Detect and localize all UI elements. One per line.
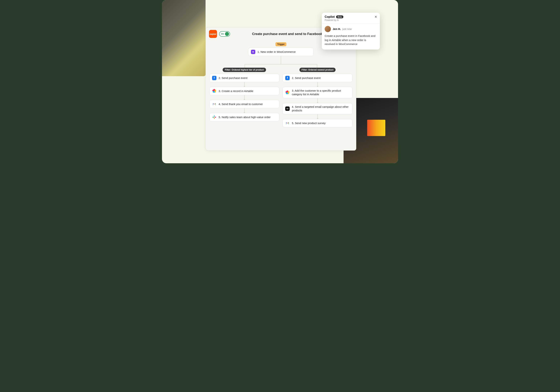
- mailchimp-icon: ✉: [285, 106, 290, 111]
- copilot-header: Copilot Beta Powered by AI ✕: [322, 13, 380, 23]
- copilot-body: Jen H. just now Create a purchase event …: [322, 23, 380, 49]
- trigger-step-label: 1. New order in WooCommerce: [258, 50, 296, 54]
- airtable-icon: [285, 90, 290, 95]
- slack-icon: [212, 115, 216, 119]
- left-step-2[interactable]: 3. Create a record in Airtable: [209, 87, 279, 95]
- svg-rect-0: [214, 115, 215, 117]
- filter-pill-right[interactable]: Filter: Ordered newest product: [300, 68, 336, 72]
- flow-canvas: Trigger ✦ 1. New order in WooCommerce Fi…: [206, 40, 356, 131]
- right-step-3[interactable]: ✉ 4. Send a targeted email campaign abou…: [282, 103, 352, 115]
- right-step-3-label: 4. Send a targeted email campaign about …: [292, 105, 350, 113]
- right-step-4-label: 5. Send new product survey: [292, 121, 326, 125]
- toggle-knob: [225, 32, 229, 36]
- close-icon: ✕: [374, 15, 377, 19]
- copilot-panel: Copilot Beta Powered by AI ✕ Jen H. just…: [322, 13, 380, 49]
- left-step-1-label: 2. Send purchase event: [219, 76, 247, 80]
- left-step-2-label: 3. Create a record in Airtable: [219, 89, 253, 93]
- connector: [317, 114, 318, 119]
- avatar: [325, 26, 331, 32]
- connector-stem: [281, 56, 281, 64]
- connector-hbar: [245, 64, 317, 64]
- decorative-photo-left: [162, 0, 206, 76]
- zap-enabled-toggle[interactable]: On: [219, 31, 230, 37]
- branch-right: Filter: Ordered newest product f 2. Send…: [282, 68, 352, 127]
- right-step-2[interactable]: 3. Add the customer to a specific produc…: [282, 87, 352, 98]
- message-header: Jen H. just now: [325, 26, 377, 32]
- message-user: Jen H.: [333, 27, 341, 30]
- gmail-icon: [285, 121, 290, 125]
- zap-title: Create purchase event and send to Facebo…: [252, 32, 322, 36]
- copilot-subtitle: Powered by AI: [325, 19, 377, 21]
- branch-split: Filter: Ordered highest tier of product …: [209, 56, 352, 127]
- close-button[interactable]: ✕: [374, 15, 378, 19]
- connector: [244, 95, 245, 100]
- stage: zapier On Create purchase event and send…: [162, 0, 398, 163]
- left-step-3-label: 4. Send thank you email to customer: [219, 102, 263, 106]
- branch-left: Filter: Ordered highest tier of product …: [209, 68, 279, 127]
- copilot-title: Copilot: [325, 15, 335, 19]
- left-step-3[interactable]: 4. Send thank you email to customer: [209, 100, 279, 108]
- message-text: Create a purchase event in Facebook and …: [325, 34, 377, 46]
- left-step-4[interactable]: 5. Notify sales team about high-value or…: [209, 113, 279, 121]
- connector: [317, 98, 318, 103]
- beta-badge: Beta: [336, 15, 343, 18]
- woocommerce-icon: ✦: [251, 50, 255, 54]
- left-step-4-label: 5. Notify sales team about high-value or…: [219, 115, 270, 119]
- svg-rect-3: [215, 117, 216, 117]
- connector: [244, 82, 245, 87]
- connector: [317, 82, 318, 87]
- svg-rect-1: [212, 117, 214, 117]
- zapier-logo: zapier: [209, 30, 217, 38]
- right-step-1-label: 2. Send purchase event: [292, 76, 320, 80]
- connector-drop-right: [317, 64, 317, 68]
- left-step-1[interactable]: f 2. Send purchase event: [209, 74, 279, 82]
- right-step-4[interactable]: 5. Send new product survey: [282, 119, 352, 127]
- facebook-icon: f: [285, 76, 290, 80]
- filter-pill-left[interactable]: Filter: Ordered highest tier of product: [223, 68, 266, 72]
- gmail-icon: [212, 102, 216, 106]
- connector-drop-left: [245, 64, 245, 68]
- trigger-step[interactable]: ✦ 1. New order in WooCommerce: [248, 48, 314, 56]
- message-timestamp: just now: [342, 28, 351, 30]
- right-step-1[interactable]: f 2. Send purchase event: [282, 74, 352, 82]
- right-step-2-label: 3. Add the customer to a specific produc…: [292, 89, 350, 96]
- toggle-label: On: [221, 33, 224, 35]
- svg-rect-2: [214, 117, 215, 119]
- airtable-icon: [212, 89, 216, 93]
- branch-columns: Filter: Ordered highest tier of product …: [209, 56, 352, 127]
- connector: [244, 108, 245, 113]
- facebook-icon: f: [212, 76, 216, 80]
- zapier-logo-text: zapier: [210, 33, 216, 35]
- trigger-badge: Trigger: [275, 42, 287, 46]
